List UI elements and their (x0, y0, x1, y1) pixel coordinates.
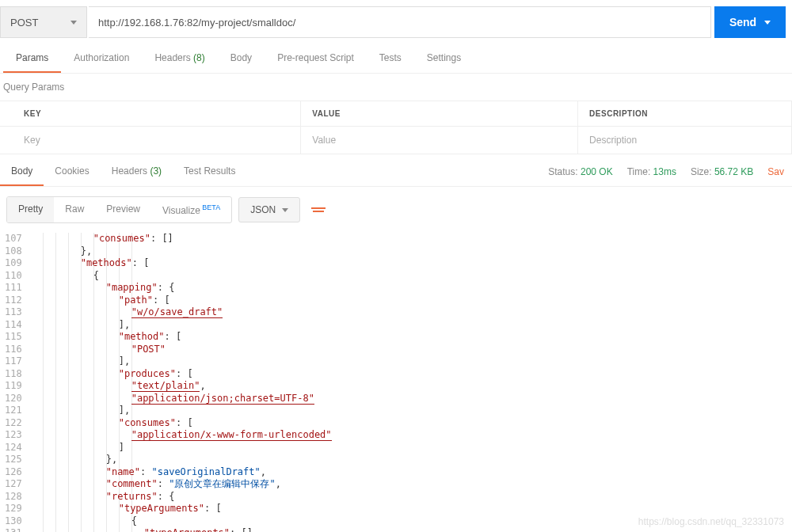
send-label: Send (729, 16, 756, 28)
request-tabs: ParamsAuthorizationHeaders (8)BodyPre-re… (0, 44, 792, 74)
view-tab-visualize[interactable]: Visualize BETA (151, 197, 231, 222)
status-row: Status: 200 OK Time: 13ms Size: 56.72 KB… (548, 166, 792, 177)
wrap-icon[interactable] (307, 198, 330, 222)
response-tab-cookies[interactable]: Cookies (44, 158, 100, 186)
key-input[interactable]: Key (0, 127, 301, 154)
format-select[interactable]: JSON (238, 197, 300, 222)
col-value: VALUE (301, 101, 578, 127)
chevron-down-icon (764, 21, 771, 25)
tab-headers[interactable]: Headers (8) (142, 44, 217, 73)
response-tab-headers[interactable]: Headers (3) (101, 158, 173, 186)
response-tabs: BodyCookiesHeaders (3)Test Results Statu… (0, 158, 792, 187)
desc-input[interactable]: Description (578, 127, 792, 154)
response-toolbar: PrettyRawPreviewVisualize BETA JSON (0, 187, 792, 233)
watermark: https://blog.csdn.net/qq_32331073 (638, 516, 784, 527)
http-method-select[interactable]: POST (0, 6, 87, 38)
view-tab-preview[interactable]: Preview (95, 197, 151, 222)
tab-settings[interactable]: Settings (414, 44, 474, 73)
col-key: KEY (0, 101, 301, 127)
value-input[interactable]: Value (301, 127, 578, 154)
response-tab-body[interactable]: Body (0, 158, 44, 186)
response-tab-test-results[interactable]: Test Results (173, 158, 246, 186)
query-params-label: Query Params (0, 74, 792, 101)
tab-pre-request-script[interactable]: Pre-request Script (265, 44, 367, 73)
params-table: KEY VALUE DESCRIPTION Key Value Descript… (0, 101, 792, 154)
method-label: POST (10, 17, 38, 28)
tab-body[interactable]: Body (218, 44, 265, 73)
code-area[interactable]: 1071081091101111121131141151161171181191… (0, 233, 792, 532)
tab-params[interactable]: Params (3, 44, 61, 73)
col-desc: DESCRIPTION (578, 101, 792, 127)
save-button[interactable]: Sav (767, 166, 784, 177)
chevron-down-icon (70, 21, 77, 25)
send-button[interactable]: Send (714, 6, 786, 38)
tab-tests[interactable]: Tests (367, 44, 414, 73)
url-input[interactable] (89, 6, 711, 38)
tab-authorization[interactable]: Authorization (61, 44, 142, 73)
view-tab-pretty[interactable]: Pretty (7, 197, 54, 222)
chevron-down-icon (282, 208, 288, 212)
view-tab-raw[interactable]: Raw (54, 197, 95, 222)
